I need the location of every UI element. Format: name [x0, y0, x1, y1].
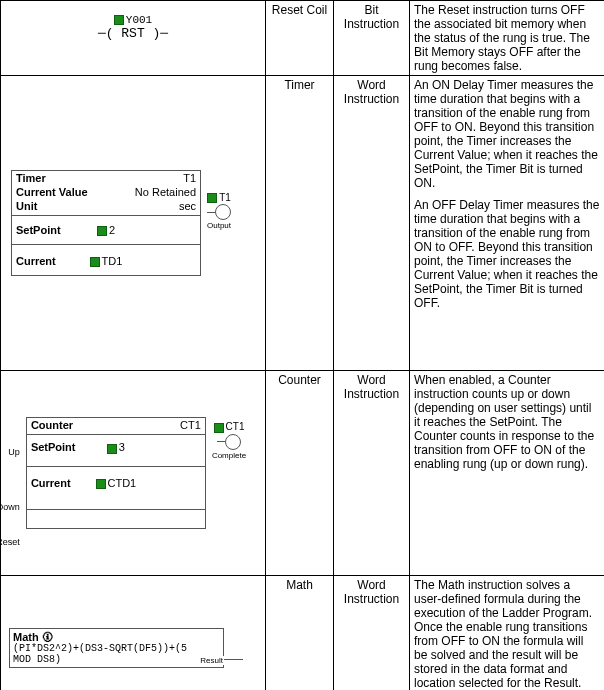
- reset-type: Bit Instruction: [334, 1, 410, 76]
- math-type: Word Instruction: [334, 576, 410, 691]
- timer-name: Timer: [266, 76, 334, 371]
- tag-icon: [107, 444, 117, 454]
- timer-id: T1: [183, 172, 196, 184]
- math-result-port: Result: [199, 656, 224, 665]
- counter-desc: When enabled, a Counter instruction coun…: [410, 371, 605, 576]
- counter-type: Word Instruction: [334, 371, 410, 576]
- reset-coil-symbol: ─( RST )─: [98, 26, 168, 41]
- timer-box: Timer T1 Current Value No Retained Unit …: [11, 170, 201, 276]
- reset-coil-diagram: Y001 ─( RST )─: [1, 1, 266, 76]
- tag-icon: [114, 15, 124, 25]
- reset-name: Reset Coil: [266, 1, 334, 76]
- timer-diagram: Timer T1 Current Value No Retained Unit …: [1, 76, 266, 371]
- row-reset-coil: Y001 ─( RST )─ Reset Coil Bit Instructio…: [1, 1, 605, 76]
- counter-name: Counter: [266, 371, 334, 576]
- counter-box: Counter CT1 SetPoint 3 Curren: [26, 417, 206, 528]
- counter-rung-down: Down: [0, 502, 20, 512]
- row-timer: Timer T1 Current Value No Retained Unit …: [1, 76, 605, 371]
- tag-icon: [207, 193, 217, 203]
- tag-icon: [97, 226, 107, 236]
- math-desc: The Math instruction solves a user-defin…: [410, 576, 605, 691]
- math-name: Math: [266, 576, 334, 691]
- tag-icon: [214, 423, 224, 433]
- instruction-reference-table: Y001 ─( RST )─ Reset Coil Bit Instructio…: [0, 0, 604, 690]
- counter-diagram: Up Down Reset Counter CT1 SetPoint: [1, 371, 266, 576]
- timer-type: Word Instruction: [334, 76, 410, 371]
- timer-output-node: T1 Output: [207, 192, 231, 230]
- math-box: Math 🛈 (PI*DS2^2)+(DS3-SQRT(DF5))+(5 MOD…: [9, 628, 224, 668]
- counter-rung-up: Up: [0, 447, 20, 457]
- timer-desc: An ON Delay Timer measures the time dura…: [410, 76, 605, 371]
- tag-icon: [96, 479, 106, 489]
- reset-desc: The Reset instruction turns OFF the asso…: [410, 1, 605, 76]
- reset-tag-label: Y001: [126, 14, 152, 26]
- counter-output-node: CT1 Complete: [212, 421, 246, 459]
- math-diagram: Math 🛈 (PI*DS2^2)+(DS3-SQRT(DF5))+(5 MOD…: [1, 576, 266, 691]
- row-math: Math 🛈 (PI*DS2^2)+(DS3-SQRT(DF5))+(5 MOD…: [1, 576, 605, 691]
- counter-rung-reset: Reset: [0, 537, 20, 547]
- timer-title: Timer: [16, 172, 183, 184]
- tag-icon: [90, 257, 100, 267]
- row-counter: Up Down Reset Counter CT1 SetPoint: [1, 371, 605, 576]
